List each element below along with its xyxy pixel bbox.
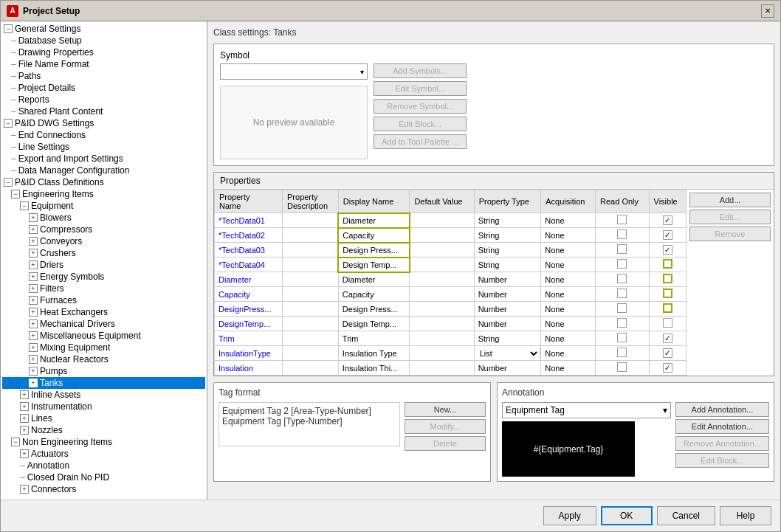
expander-conveyors[interactable] [29,237,38,246]
add-tool-palette-button[interactable]: Add to Tool Palette ... [374,134,467,149]
remove-property-button[interactable]: Remove [689,227,771,241]
annotation-dropdown[interactable]: Equipment Tag ▾ [502,402,671,418]
expander-lines[interactable] [20,414,29,423]
checkbox-readonly[interactable] [617,318,627,328]
tree-item-mechanical-drivers[interactable]: Mechanical Drivers [2,318,205,330]
tree-item-connectors[interactable]: Connectors [2,483,205,495]
checkbox-visible[interactable] [663,230,672,240]
edit-annotation-button[interactable]: Edit Annotation... [675,419,769,434]
expander-blowers[interactable] [29,213,38,222]
expander-compressors[interactable] [29,225,38,234]
tree-item-nozzles[interactable]: Nozzles [2,424,205,436]
remove-annotation-button[interactable]: Remove Annotation... [675,436,769,451]
expander-heat[interactable] [29,308,38,317]
checkbox-readonly[interactable] [617,333,627,342]
checkbox-visible[interactable] [663,245,672,255]
tree-item-database-setup[interactable]: – Database Setup [2,35,205,46]
tree-container[interactable]: General Settings – Database Setup – Draw… [1,21,207,500]
tree-item-lines[interactable]: Lines [2,412,205,424]
tree-item-misc-equipment[interactable]: Miscellaneous Equipment [2,330,205,342]
table-row[interactable]: DiameterDiameterNumberNone [215,272,687,287]
expander-energy[interactable] [29,272,38,281]
checkbox-readonly[interactable] [617,348,627,357]
checkbox-readonly[interactable] [617,259,627,269]
tree-item-pumps[interactable]: Pumps [2,365,205,377]
checkbox-visible[interactable] [663,363,672,373]
expander-pid-dwg[interactable] [4,119,13,128]
add-annotation-button[interactable]: Add Annotation... [675,402,769,417]
tree-item-driers[interactable]: Driers [2,259,205,271]
tree-item-actuators[interactable]: Actuators [2,448,205,460]
tree-item-pid-class-defs[interactable]: P&ID Class Definitions [2,176,205,188]
expander-nozzles[interactable] [20,426,29,435]
tree-item-file-name-format[interactable]: – File Name Format [2,58,205,70]
table-row[interactable]: *TechData01DiameterStringNone [215,213,687,228]
tree-item-blowers[interactable]: Blowers [2,212,205,224]
tree-item-compressors[interactable]: Compressors [2,224,205,235]
expander-actuators[interactable] [20,449,29,458]
tree-item-general-settings[interactable]: General Settings [2,23,205,35]
checkbox-visible[interactable] [663,334,672,343]
add-property-button[interactable]: Add... [689,193,771,207]
tree-item-shared-plant[interactable]: – Shared Plant Content [2,106,205,117]
table-row[interactable]: DesignPress...Design Press...NumberNone [215,302,687,317]
tree-item-heat-exchangers[interactable]: Heat Exchangers [2,306,205,318]
checkbox-readonly[interactable] [617,362,627,372]
properties-table-scroll[interactable]: PropertyName PropertyDescription Display… [214,190,687,376]
expander-inline[interactable] [20,390,29,399]
add-symbols-button[interactable]: Add Symbols... [374,63,467,78]
checkbox-visible[interactable] [663,215,672,225]
modify-tag-button[interactable]: Modify... [405,419,486,434]
tree-item-drawing-properties[interactable]: – Drawing Properties [2,46,205,58]
checkbox-visible[interactable] [663,289,672,298]
tree-item-instrumentation[interactable]: Instrumentation [2,401,205,412]
expander-nuclear[interactable] [29,355,38,364]
expander-mixing[interactable] [29,343,38,352]
tree-item-engineering-items[interactable]: Engineering Items [2,188,205,200]
expander-furnaces[interactable] [29,296,38,305]
expander-instrumentation[interactable] [20,402,29,411]
expander-crushers[interactable] [29,249,38,258]
tree-item-equipment[interactable]: Equipment [2,200,205,212]
checkbox-readonly[interactable] [617,274,627,283]
tree-item-paths[interactable]: – Paths [2,70,205,82]
checkbox-readonly[interactable] [617,303,627,313]
edit-symbol-button[interactable]: Edit Symbol... [374,81,467,96]
table-row[interactable]: *TechData04Design Temp...StringNone [215,258,687,272]
checkbox-readonly[interactable] [617,215,627,224]
expander-driers[interactable] [29,260,38,269]
close-button[interactable]: ✕ [761,4,774,18]
tree-item-mixing-equipment[interactable]: Mixing Equipment [2,342,205,353]
checkbox-visible[interactable] [663,348,672,358]
tree-item-crushers[interactable]: Crushers [2,247,205,259]
tree-item-end-connections[interactable]: – End Connections [2,129,205,141]
tree-item-line-settings[interactable]: – Line Settings [2,141,205,153]
table-row[interactable]: InsulationInsulation Thi...NumberNone [215,361,687,376]
tree-item-reports[interactable]: – Reports [2,94,205,106]
tree-item-closed-drain[interactable]: – Closed Drain No PID [2,471,205,483]
cancel-button[interactable]: Cancel [657,506,715,525]
apply-button[interactable]: Apply [543,506,596,525]
table-row[interactable]: *TechData02CapacityStringNone [215,228,687,243]
expander-eng-items[interactable] [11,190,20,198]
table-row[interactable]: CapacityCapacityNumberNone [215,287,687,302]
expander-general-settings[interactable] [4,24,13,33]
expander-equipment[interactable] [20,201,29,210]
checkbox-readonly[interactable] [617,289,627,298]
tree-item-energy-symbols[interactable]: Energy Symbols [2,271,205,283]
delete-tag-button[interactable]: Delete [405,436,486,451]
help-button[interactable]: Help [720,506,771,525]
table-row[interactable]: *TechData03Design Press...StringNone [215,243,687,258]
table-row[interactable]: TrimTrimStringNone [215,331,687,346]
checkbox-visible[interactable] [663,318,672,328]
checkbox-visible[interactable] [663,303,672,313]
expander-filters[interactable] [29,284,38,293]
tree-item-filters[interactable]: Filters [2,283,205,294]
checkbox-readonly[interactable] [617,244,627,254]
tree-item-conveyors[interactable]: Conveyors [2,235,205,247]
edit-property-button[interactable]: Edit... [689,210,771,224]
remove-symbol-button[interactable]: Remove Symbol... [374,99,467,114]
expander-pumps[interactable] [29,367,38,376]
table-row[interactable]: DesignTemp...Design Temp...NumberNone [215,317,687,331]
edit-block-symbol-button[interactable]: Edit Block... [374,117,467,131]
